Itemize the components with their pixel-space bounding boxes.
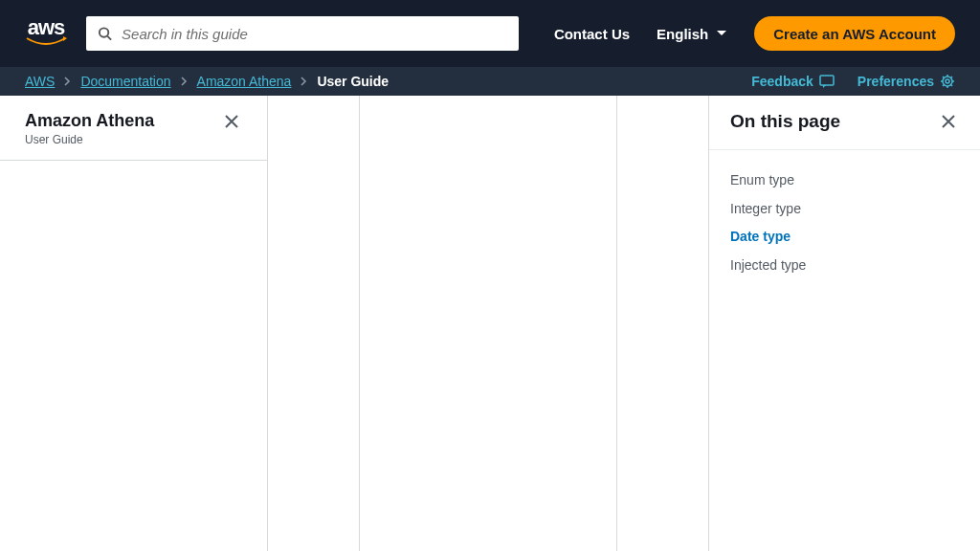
contact-us-link[interactable]: Contact Us <box>554 26 630 42</box>
feedback-link[interactable]: Feedback <box>751 74 835 89</box>
breadcrumb-athena[interactable]: Amazon Athena <box>197 74 292 89</box>
language-selector[interactable]: English <box>657 26 727 42</box>
on-this-page-list: Enum type Integer type Date type Injecte… <box>709 150 980 296</box>
search-input[interactable] <box>122 26 507 42</box>
right-title: On this page <box>730 111 840 132</box>
left-subtitle: User Guide <box>25 133 154 146</box>
close-right-panel[interactable] <box>938 111 959 132</box>
right-panel-header: On this page <box>709 96 980 150</box>
feedback-label: Feedback <box>751 74 813 89</box>
main-layout: Amazon Athena User Guide On this page En… <box>0 96 980 551</box>
close-icon <box>942 115 955 128</box>
main-content <box>268 96 708 551</box>
language-label: English <box>657 26 708 42</box>
aws-logo[interactable]: aws <box>25 17 67 50</box>
close-icon <box>225 115 238 128</box>
divider <box>616 96 617 551</box>
breadcrumb-aws[interactable]: AWS <box>25 74 55 89</box>
breadcrumb-bar: AWS Documentation Amazon Athena User Gui… <box>0 67 980 96</box>
svg-point-0 <box>100 28 108 36</box>
svg-point-4 <box>946 79 949 83</box>
aws-smile-icon <box>25 36 67 50</box>
breadcrumb-current: User Guide <box>317 74 389 89</box>
on-this-page-panel: On this page Enum type Integer type Date… <box>708 96 980 551</box>
toc-link-date[interactable]: Date type <box>730 228 959 247</box>
svg-rect-2 <box>820 76 834 85</box>
divider <box>359 96 360 551</box>
chevron-right-icon <box>64 77 71 86</box>
preferences-label: Preferences <box>858 74 934 89</box>
toc-link-enum[interactable]: Enum type <box>730 171 959 190</box>
left-title: Amazon Athena <box>25 111 154 131</box>
gear-icon <box>940 74 955 89</box>
left-sidebar-header: Amazon Athena User Guide <box>0 96 267 161</box>
toc-link-integer[interactable]: Integer type <box>730 200 959 219</box>
search-box[interactable] <box>86 16 519 51</box>
aws-logo-text: aws <box>28 17 65 38</box>
svg-line-1 <box>107 36 111 40</box>
create-account-button[interactable]: Create an AWS Account <box>754 16 955 51</box>
chevron-right-icon <box>301 77 307 86</box>
top-links: Contact Us English Create an AWS Account <box>554 16 955 51</box>
svg-point-3 <box>943 77 952 86</box>
speech-bubble-icon <box>819 75 835 88</box>
left-sidebar: Amazon Athena User Guide <box>0 96 268 551</box>
preferences-link[interactable]: Preferences <box>858 74 955 89</box>
toc-link-injected[interactable]: Injected type <box>730 256 959 276</box>
search-icon <box>98 26 112 41</box>
chevron-down-icon <box>716 30 727 37</box>
breadcrumb-documentation[interactable]: Documentation <box>80 74 170 89</box>
chevron-right-icon <box>181 77 188 86</box>
close-left-panel[interactable] <box>221 111 242 132</box>
top-header: aws Contact Us English Create an AWS Acc… <box>0 0 980 67</box>
crumb-tools: Feedback Preferences <box>751 74 955 89</box>
